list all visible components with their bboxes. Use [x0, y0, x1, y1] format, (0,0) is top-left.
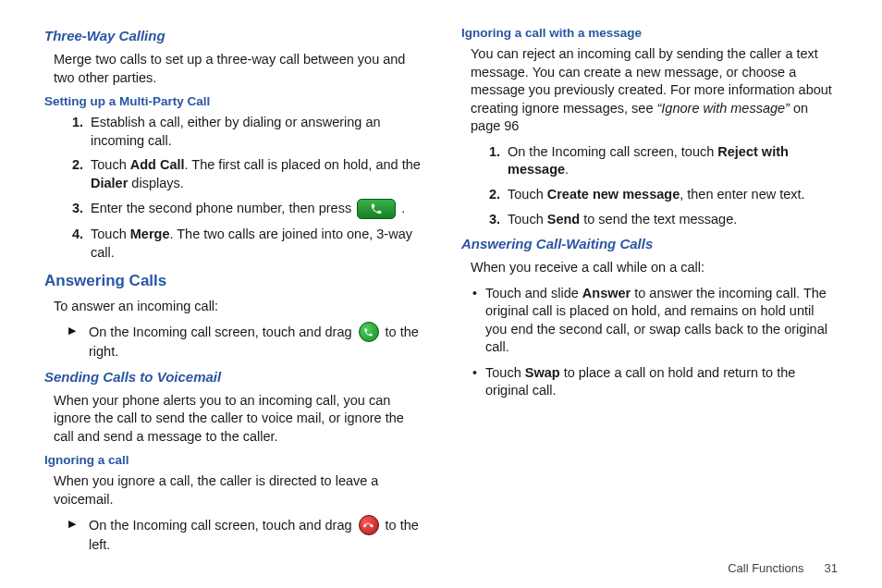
bold-create-new-message: Create new message — [547, 187, 680, 202]
text: On the Incoming call screen, touch and d… — [89, 325, 356, 339]
heading-answering-calls: Answering Calls — [44, 272, 421, 290]
text: Enter the second phone number, then pres… — [91, 201, 355, 215]
heading-sending-voicemail: Sending Calls to Voicemail — [44, 369, 421, 385]
footer-page-number: 31 — [825, 561, 838, 575]
step-1: On the Incoming call screen, touch Rejec… — [504, 143, 838, 179]
bullet-swap: Touch Swap to place a call on hold and r… — [472, 364, 838, 400]
bold-answer: Answer — [582, 286, 631, 300]
para-ignore-msg: You can reject an incoming call by sendi… — [461, 45, 838, 136]
right-column: Ignoring a call with a message You can r… — [461, 26, 838, 577]
left-column: Three-Way Calling Merge two calls to set… — [44, 26, 421, 577]
text: . — [401, 201, 405, 215]
bold-add-call: Add Call — [130, 157, 185, 172]
text: Touch — [485, 365, 525, 380]
text: Touch — [91, 157, 130, 172]
steps-ignore-message: On the Incoming call screen, touch Rejec… — [461, 143, 838, 228]
arrow-item: On the Incoming call screen, touch and d… — [68, 323, 421, 361]
reject-drag-icon — [359, 515, 379, 535]
text: displays. — [128, 176, 183, 190]
bullets-call-waiting: Touch and slide Answer to answer the inc… — [461, 285, 838, 400]
heading-ignoring-call: Ignoring a call — [44, 453, 421, 467]
text: , then enter new text. — [680, 187, 804, 202]
text: . The first call is placed on hold, and … — [185, 157, 421, 172]
heading-call-waiting: Answering Call-Waiting Calls — [461, 236, 838, 251]
bold-send: Send — [547, 212, 580, 227]
step-1: Establish a call, either by dialing or a… — [87, 114, 421, 150]
step-2: Touch Create new message, then enter new… — [504, 186, 838, 204]
text: Touch — [508, 212, 547, 227]
answer-drag-icon — [359, 322, 379, 342]
step-3: Enter the second phone number, then pres… — [87, 199, 421, 219]
bold-swap: Swap — [525, 365, 560, 380]
para-answer: To answer an incoming call: — [44, 298, 421, 316]
para-call-waiting: When you receive a call while on a call: — [461, 259, 838, 277]
text: . — [565, 162, 569, 177]
call-button-icon — [357, 199, 396, 219]
para-ignore: When you ignore a call, the caller is di… — [44, 472, 421, 508]
text: to send the text message. — [580, 212, 737, 227]
bold-merge: Merge — [130, 227, 170, 241]
ref-ignore-with-message: “Ignore with message” — [657, 101, 790, 116]
arrow-item: On the Incoming call screen, touch and d… — [68, 516, 421, 555]
heading-three-way-calling: Three-Way Calling — [44, 28, 421, 43]
step-3: Touch Send to send the text message. — [504, 211, 838, 229]
text: Touch — [91, 227, 130, 241]
text: On the Incoming call screen, touch and d… — [89, 518, 356, 533]
text: On the Incoming call screen, touch — [508, 144, 717, 159]
step-2: Touch Add Call. The first call is placed… — [87, 156, 421, 192]
bullet-answer: Touch and slide Answer to answer the inc… — [472, 285, 838, 357]
text: Touch — [508, 187, 547, 202]
page-footer: Call Functions 31 — [728, 561, 838, 575]
arrow-list-ignore: On the Incoming call screen, touch and d… — [44, 516, 421, 555]
bold-dialer: Dialer — [91, 176, 128, 190]
para-three-way: Merge two calls to set up a three-way ca… — [44, 51, 421, 87]
para-voicemail: When your phone alerts you to an incomin… — [44, 392, 421, 447]
text: Touch and slide — [485, 286, 582, 300]
heading-multiparty: Setting up a Multi-Party Call — [44, 94, 421, 108]
steps-multiparty: Establish a call, either by dialing or a… — [44, 114, 421, 262]
footer-section: Call Functions — [728, 561, 803, 575]
heading-ignore-with-message: Ignoring a call with a message — [461, 26, 838, 40]
arrow-list-answer: On the Incoming call screen, touch and d… — [44, 323, 421, 361]
step-4: Touch Merge. The two calls are joined in… — [87, 226, 421, 262]
